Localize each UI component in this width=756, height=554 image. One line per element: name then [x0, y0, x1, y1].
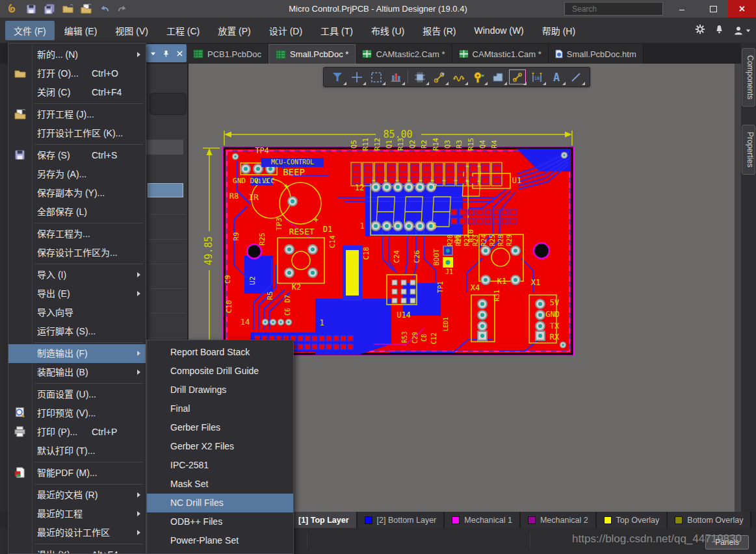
submenu-item-odb-files[interactable]: ODB++ Files: [147, 512, 293, 531]
layer-tab-bottom-overlay[interactable]: Bottom Overlay: [668, 512, 751, 528]
place-line-icon[interactable]: [566, 68, 586, 86]
open-folder-icon[interactable]: [61, 3, 74, 16]
cross-cursor-icon[interactable]: [347, 68, 367, 86]
menubar-item-p[interactable]: 放置 (P): [209, 21, 259, 40]
save-icon[interactable]: [25, 3, 38, 16]
file-menu-item-p[interactable]: 打印 (P)...Ctrl+P: [8, 423, 146, 442]
menubar-item-c[interactable]: 工程 (C): [158, 21, 208, 40]
doc-tab-small-pcbdoc[interactable]: Small.PcbDoc *: [268, 44, 356, 64]
select-area-icon[interactable]: [367, 68, 386, 86]
doc-tab-camtastic2-cam[interactable]: CAMtastic2.Cam *: [356, 44, 452, 64]
file-menu-item-n[interactable]: 新的... (N): [8, 45, 146, 64]
layer-tab-top-overlay[interactable]: Top Overlay: [597, 512, 668, 528]
file-menu-item-c[interactable]: 关闭 (C)Ctrl+F4: [8, 83, 146, 102]
submenu-item-gerber-x2-files[interactable]: Gerber X2 Files: [147, 437, 293, 456]
gear-icon[interactable]: [695, 24, 705, 37]
file-menu-item-idx-32[interactable]: 最近的设计工作区: [8, 523, 146, 542]
doc-tab-camtastic1-cam[interactable]: CAMtastic1.Cam *: [452, 44, 549, 64]
file-menu-item-i[interactable]: 导入 (I): [8, 266, 146, 284]
close-tab-icon[interactable]: [177, 51, 183, 57]
menubar-item-h[interactable]: 帮助 (H): [534, 21, 584, 40]
submenu-item-mask-set[interactable]: Mask Set: [147, 475, 293, 494]
panel-row-divider: [148, 214, 186, 215]
panel-tab-properties[interactable]: Properties: [742, 125, 755, 175]
panel-tab-components[interactable]: Components: [742, 48, 755, 107]
close-button[interactable]: ×: [728, 0, 756, 18]
file-menu-item-a[interactable]: 另存为 (A)...: [8, 165, 146, 184]
bell-icon[interactable]: [714, 24, 724, 37]
menubar-item-e[interactable]: 编辑 (E): [56, 21, 106, 40]
submenu-item-power-plane-set[interactable]: Power-Plane Set: [147, 531, 293, 550]
file-menu-item-s[interactable]: 保存 (S)Ctrl+S: [8, 146, 146, 165]
file-menu-item-idx-17[interactable]: 导入向导: [8, 303, 146, 322]
file-menu-item-s[interactable]: 运行脚本 (S)...: [8, 322, 146, 341]
panel-row-divider: [148, 313, 186, 314]
save-all-icon[interactable]: [43, 3, 56, 16]
menubar-item-f[interactable]: 文件 (F): [5, 21, 55, 40]
user-account-icon[interactable]: [733, 25, 751, 36]
submenu-item-report-board-stack[interactable]: Report Board Stack: [147, 343, 293, 362]
open-document-icon[interactable]: [79, 3, 92, 16]
search-box[interactable]: [564, 2, 663, 16]
file-menu-item-idx-12[interactable]: 保存工程为...: [8, 225, 146, 244]
place-track-icon[interactable]: [508, 68, 527, 86]
right-scroll-strip[interactable]: [735, 64, 741, 512]
place-dimension-icon[interactable]: 10: [527, 68, 547, 86]
doc-tab-small-pcbdoc-htm[interactable]: Small.PcbDoc.htm: [549, 44, 644, 64]
layer-tab-mechanical-2[interactable]: Mechanical 2: [521, 512, 597, 528]
place-text-icon[interactable]: A: [547, 68, 566, 86]
tune-length-icon[interactable]: [449, 68, 469, 86]
layer-tab-mechanical-1[interactable]: Mechanical 1: [445, 512, 521, 528]
filter-icon[interactable]: [328, 68, 347, 86]
panel-selected-row[interactable]: [148, 183, 183, 197]
submenu-item-drill-drawings[interactable]: Drill Drawings: [147, 381, 293, 399]
undo-icon[interactable]: [98, 3, 111, 16]
file-menu-item-k[interactable]: 打开设计工作区 (K)...: [8, 124, 146, 143]
file-menu-item-b[interactable]: 装配输出 (B): [8, 363, 146, 382]
minimize-button[interactable]: –: [668, 0, 696, 18]
place-pad-icon[interactable]: [469, 68, 488, 86]
panel-row[interactable]: [146, 140, 183, 155]
redo-icon[interactable]: [116, 3, 129, 16]
file-menu-item-t[interactable]: 默认打印 (T)...: [8, 442, 146, 460]
menubar-item-v[interactable]: 视图 (V): [107, 21, 157, 40]
menubar-item-d[interactable]: 设计 (D): [261, 21, 311, 40]
menubar-item-window-w[interactable]: Window (W): [466, 22, 532, 39]
file-menu-item-e[interactable]: 导出 (E): [8, 284, 146, 303]
submenu-item-ipc-2581[interactable]: IPC-2581: [147, 456, 293, 475]
file-menu-item-j[interactable]: 打开工程 (J)...: [8, 105, 146, 124]
file-menu-item-y[interactable]: 保存副本为 (Y)...: [8, 184, 146, 203]
submenu-item-composite-drill-guide[interactable]: Composite Drill Guide: [147, 362, 293, 381]
menubar-item-u[interactable]: 布线 (U): [363, 21, 413, 40]
file-menu-item-v[interactable]: 打印预览 (V)...: [8, 404, 146, 423]
tabs-dropdown-icon[interactable]: [150, 51, 156, 57]
file-menu-item-u[interactable]: 页面设置 (U)...: [8, 385, 146, 404]
doc-tab-pcb1-pcbdoc[interactable]: PCB1.PcbDoc: [187, 44, 268, 64]
search-input[interactable]: [572, 5, 673, 14]
place-polygon-icon[interactable]: [488, 68, 508, 86]
place-component-icon[interactable]: [410, 68, 430, 86]
silkscreen-label: MCU-CONTROL: [271, 158, 314, 166]
submenu-item-gerber-files[interactable]: Gerber Files: [147, 418, 293, 437]
file-menu-item-idx-31[interactable]: 最近的工程: [8, 505, 146, 523]
submenu-item-final[interactable]: Final: [147, 399, 293, 418]
submenu-item-nc-drill-files[interactable]: NC Drill Files: [147, 494, 293, 512]
silkscreen-label: +: [313, 216, 318, 225]
menubar-item-t[interactable]: 工具 (T): [312, 21, 361, 40]
file-menu-item-o[interactable]: 打开 (O)...Ctrl+O: [8, 64, 146, 83]
file-menu-item-idx-13[interactable]: 保存设计工作区为...: [8, 244, 146, 262]
file-menu-item-f[interactable]: 制造输出 (F): [8, 344, 146, 363]
route-tracks-icon[interactable]: [430, 68, 449, 86]
maximize-button[interactable]: [699, 0, 727, 18]
paste-array-icon[interactable]: [386, 68, 406, 86]
file-menu-item-r[interactable]: 最近的文档 (R): [8, 486, 146, 505]
file-menu-item-l[interactable]: 全部保存 (L): [8, 203, 146, 221]
menubar-item-r[interactable]: 报告 (R): [414, 21, 464, 40]
watermark-text: https://blog.csdn.net/qq_44719830: [572, 533, 742, 546]
tab-group-controls[interactable]: [146, 44, 187, 62]
panel-search-field[interactable]: [150, 93, 187, 115]
pin-icon[interactable]: [163, 50, 169, 57]
layer-tab-2-bottom-layer[interactable]: [2] Bottom Layer: [358, 512, 445, 528]
file-menu-item-pdf-m[interactable]: 智能PDF (M)...: [8, 464, 146, 483]
file-menu-item-x[interactable]: 退出 (X)Alt+F4: [8, 546, 146, 554]
